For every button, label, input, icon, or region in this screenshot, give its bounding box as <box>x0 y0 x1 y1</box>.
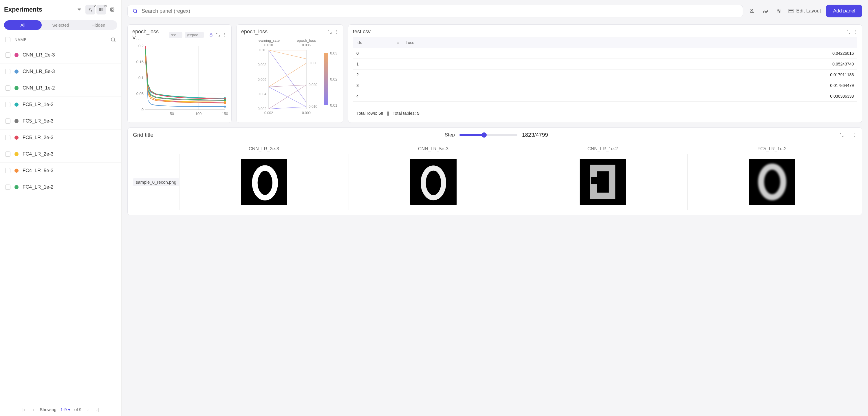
experiment-checkbox[interactable] <box>5 53 10 58</box>
filter-icon[interactable] <box>74 5 84 14</box>
image-cell[interactable] <box>179 154 349 210</box>
search-input[interactable] <box>142 8 738 14</box>
tab-all[interactable]: All <box>4 20 42 30</box>
pager: |‹ ‹ Showing 1-9 ▾ of 9 › ›| <box>0 403 121 416</box>
pager-range[interactable]: 1-9 ▾ <box>61 407 70 412</box>
svg-text:0: 0 <box>142 108 144 112</box>
experiment-name: FC5_LR_2e-3 <box>23 135 54 141</box>
edit-layout-button[interactable]: Edit Layout <box>788 8 821 14</box>
experiment-name: CNN_LR_2e-3 <box>23 52 55 58</box>
experiment-list: CNN_LR_2e-3 CNN_LR_5e-3 CNN_LR_1e-2 FC5_… <box>0 47 121 403</box>
color-dot <box>14 152 19 156</box>
experiment-name: FC5_LR_5e-3 <box>23 118 54 124</box>
color-dot <box>14 53 19 57</box>
more-icon[interactable]: ⋮ <box>852 133 857 137</box>
experiment-name: FC5_LR_1e-2 <box>23 102 54 108</box>
more-icon[interactable]: ⋮ <box>334 30 338 34</box>
grid-title: Grid title <box>133 132 153 138</box>
expand-icon[interactable] <box>328 30 332 34</box>
experiment-checkbox[interactable] <box>5 184 10 190</box>
table-row[interactable]: 00.04226016 <box>353 48 857 59</box>
tab-selected[interactable]: Selected <box>42 20 79 30</box>
experiment-checkbox[interactable] <box>5 135 10 140</box>
pager-prev-icon[interactable]: ‹ <box>31 407 36 413</box>
color-dot <box>14 102 19 107</box>
svg-point-11 <box>111 38 115 41</box>
svg-text:0.006: 0.006 <box>258 78 267 82</box>
svg-text:0.030: 0.030 <box>309 61 317 65</box>
experiment-checkbox[interactable] <box>5 102 10 107</box>
experiment-checkbox[interactable] <box>5 168 10 173</box>
lock-icon[interactable] <box>209 32 213 37</box>
tab-hidden[interactable]: Hidden <box>80 20 117 30</box>
svg-text:0.004: 0.004 <box>258 92 267 96</box>
experiment-row[interactable]: FC4_LR_2e-3 <box>0 146 121 162</box>
experiment-checkbox[interactable] <box>5 69 10 74</box>
fullscreen-icon[interactable] <box>107 5 117 14</box>
image-cell[interactable] <box>518 154 687 210</box>
table-footer: Total rows: 50 || Total tables: 5 <box>353 108 857 118</box>
pager-first-icon[interactable]: |‹ <box>21 407 27 413</box>
experiment-checkbox[interactable] <box>5 86 10 91</box>
col-loss-header[interactable]: Loss <box>402 37 857 48</box>
more-icon[interactable]: ⋮ <box>223 32 227 37</box>
svg-rect-8 <box>102 8 103 11</box>
svg-text:0.15: 0.15 <box>136 60 144 64</box>
tag-x[interactable]: x:e… <box>169 32 182 38</box>
image-cell[interactable] <box>687 154 857 210</box>
table-row[interactable]: 20.017911183 <box>353 69 857 80</box>
experiment-row[interactable]: FC4_LR_1e-2 <box>0 179 121 195</box>
table-row[interactable]: 40.036386333 <box>353 91 857 102</box>
svg-text:0.05: 0.05 <box>136 92 144 96</box>
expand-icon[interactable] <box>846 30 851 34</box>
experiment-name: CNN_LR_1e-2 <box>23 85 55 91</box>
image-cell[interactable] <box>349 154 518 210</box>
sort-icon[interactable]: 2 <box>85 5 95 14</box>
svg-text:0.03: 0.03 <box>330 51 337 55</box>
select-all-checkbox[interactable] <box>5 37 10 42</box>
expand-icon[interactable] <box>839 133 844 137</box>
table-row[interactable]: 30.017864479 <box>353 80 857 91</box>
svg-point-13 <box>133 9 137 12</box>
experiment-row[interactable]: FC5_LR_5e-3 <box>0 113 121 129</box>
experiment-name: FC4_LR_2e-3 <box>23 151 54 157</box>
pager-next-icon[interactable]: › <box>86 407 91 413</box>
experiment-row[interactable]: FC5_LR_1e-2 <box>0 96 121 113</box>
experiment-row[interactable]: CNN_LR_5e-3 <box>0 63 121 80</box>
experiment-checkbox[interactable] <box>5 118 10 124</box>
svg-point-44 <box>224 106 226 108</box>
search-panel[interactable] <box>127 5 743 18</box>
image-grid-row: sample_0_recon.png <box>133 154 857 210</box>
col-idx-header[interactable]: Idx ≡ <box>353 37 402 48</box>
more-icon[interactable]: ⋮ <box>853 30 857 34</box>
svg-text:0.036: 0.036 <box>302 43 311 47</box>
svg-text:0.010: 0.010 <box>258 48 267 52</box>
step-slider[interactable] <box>460 134 517 136</box>
smoothing-icon[interactable] <box>762 7 770 15</box>
menu-icon[interactable]: ≡ <box>397 40 399 45</box>
experiment-name: CNN_LR_5e-3 <box>23 69 55 75</box>
svg-point-50 <box>224 102 226 104</box>
svg-text:0.009: 0.009 <box>302 111 311 115</box>
experiment-row[interactable]: CNN_LR_2e-3 <box>0 47 121 63</box>
svg-point-81 <box>255 168 275 198</box>
table-row[interactable]: 10.05243749 <box>353 59 857 69</box>
main: Edit Layout Add panel epoch_loss V… x:e…… <box>122 0 868 416</box>
experiment-checkbox[interactable] <box>5 151 10 157</box>
layout-icon <box>788 8 794 14</box>
columns-icon[interactable]: 14 <box>96 5 106 14</box>
step-count: 1823/4799 <box>522 132 548 138</box>
expand-icon[interactable] <box>216 32 220 37</box>
axes-icon[interactable] <box>748 7 756 15</box>
settings-icon[interactable] <box>775 7 783 15</box>
experiment-row[interactable]: CNN_LR_1e-2 <box>0 80 121 96</box>
add-panel-button[interactable]: Add panel <box>826 5 862 18</box>
svg-text:0.01: 0.01 <box>330 103 337 108</box>
experiment-row[interactable]: FC4_LR_5e-3 <box>0 162 121 179</box>
search-experiments-icon[interactable] <box>110 37 116 42</box>
image-grid-col-header: CNN_LR_1e-2 <box>518 144 687 154</box>
experiment-row[interactable]: FC5_LR_2e-3 <box>0 129 121 146</box>
pager-last-icon[interactable]: ›| <box>95 407 101 413</box>
svg-line-72 <box>269 107 306 109</box>
tag-y[interactable]: y:epoc… <box>185 32 204 38</box>
